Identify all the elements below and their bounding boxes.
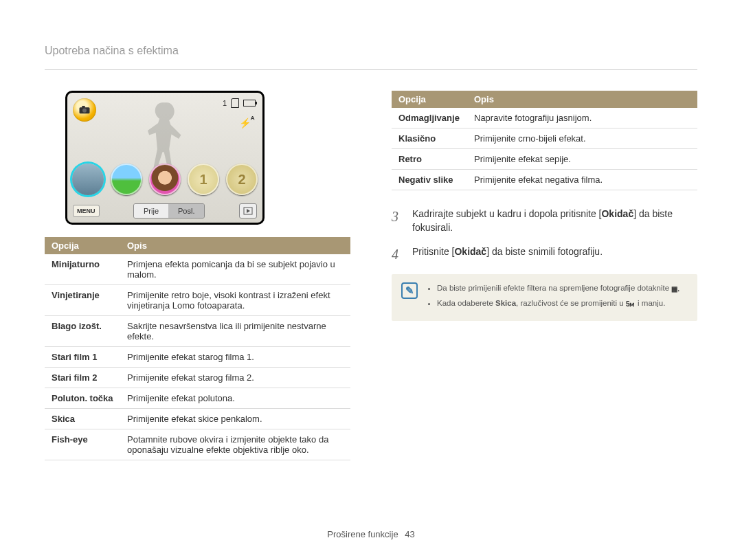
- t: ] da biste snimili fotografiju.: [486, 246, 603, 257]
- shot-count: 1: [223, 99, 227, 107]
- option-desc: Sakrijte nesavršenstva lica ili primijen…: [120, 316, 350, 347]
- t: , razlučivost će se promijeniti u: [516, 299, 626, 307]
- table-row: SkicaPrimijenite efekat skice penkalom.: [45, 409, 350, 429]
- option-name: Skica: [45, 409, 120, 429]
- thumb-5[interactable]: 2: [226, 164, 258, 195]
- table-row: RetroPrimijenite efekat sepije.: [392, 149, 697, 170]
- t: Da biste primijenili efekte filtera na s…: [437, 284, 671, 292]
- step-text: Kadrirajte subjekt u kadru i dopola prit…: [412, 207, 697, 235]
- option-desc: Primijenite efekat negativa filma.: [467, 170, 697, 190]
- option-desc: Primijenite efekat skice penkalom.: [120, 409, 350, 429]
- option-name: Stari film 2: [45, 368, 120, 388]
- footer: Proširene funkcije 43: [0, 529, 742, 539]
- note-icon: ✎: [401, 282, 418, 299]
- option-name: Fish-eye: [45, 429, 120, 460]
- thumb-3[interactable]: [149, 164, 181, 195]
- note-box: ✎ Da biste primijenili efekte filtera na…: [392, 274, 697, 321]
- step-text: Pritisnite [Okidač] da biste snimili fot…: [412, 245, 603, 265]
- options-table-left: Opcija Opis MinijaturnoPrimjena efekta p…: [45, 237, 350, 460]
- options-table-right: Opcija Opis OdmagljivanjeNapravite fotog…: [392, 91, 697, 190]
- th-desc: Opis: [467, 91, 697, 108]
- after-label: Posl.: [168, 204, 204, 218]
- option-name: Minijaturno: [45, 254, 120, 285]
- option-desc: Primjena efekta pomicanja da bi se subje…: [120, 254, 350, 285]
- option-desc: Primijenite efekat starog filma 1.: [120, 347, 350, 368]
- t: Pritisnite [: [412, 246, 454, 257]
- option-name: Stari film 1: [45, 347, 120, 368]
- option-name: Poluton. točka: [45, 388, 120, 409]
- th-option: Opcija: [45, 237, 120, 254]
- table-row: Stari film 1Primijenite efekat starog fi…: [45, 347, 350, 368]
- table-row: Fish-eyePotamnite rubove okvira i izmjen…: [45, 429, 350, 460]
- before-label: Prije: [134, 204, 168, 218]
- status-row: 1: [223, 98, 256, 108]
- before-after-toggle[interactable]: Prije Posl.: [133, 203, 205, 219]
- step-number: 3: [392, 207, 404, 235]
- table-row: KlasičnoPrimijenite crno-bijeli efekat.: [392, 128, 697, 149]
- t: Kadrirajte subjekt u kadru i dopola prit…: [412, 208, 601, 219]
- t: i manju.: [636, 299, 665, 307]
- table-row: OdmagljivanjeNapravite fotografiju jasni…: [392, 108, 697, 128]
- step-number: 4: [392, 245, 404, 265]
- gallery-glyph: ▦.: [671, 284, 681, 293]
- option-name: Odmagljivanje: [392, 108, 467, 128]
- option-desc: Primijenite efekat polutona.: [120, 388, 350, 409]
- sd-icon: [231, 98, 239, 108]
- camera-preview: 1 ⚡ᴬ 1 2 MENU Prije Posl.: [65, 91, 265, 225]
- svg-rect-2: [82, 106, 85, 108]
- note-item: Kada odaberete Skica, razlučivost će se …: [437, 298, 681, 309]
- table-row: Poluton. točkaPrimijenite efekat poluton…: [45, 388, 350, 409]
- table-row: Stari film 2Primijenite efekat starog fi…: [45, 368, 350, 388]
- option-desc: Potamnite rubove okvira i izmjenite obje…: [120, 429, 350, 460]
- effect-thumbnails: 1 2: [67, 164, 262, 195]
- flash-icon: ⚡ᴬ: [239, 115, 254, 128]
- option-name: Klasično: [392, 128, 467, 149]
- option-desc: Primijenite efekat starog filma 2.: [120, 368, 350, 388]
- svg-point-1: [82, 109, 87, 113]
- table-row: Blago izošt.Sakrijte nesavršenstva lica …: [45, 316, 350, 347]
- th-desc: Opis: [120, 237, 350, 254]
- page-title: Upotreba načina s efektima: [45, 45, 697, 57]
- option-name: Retro: [392, 149, 467, 170]
- t: Skica: [495, 299, 516, 307]
- flash-mode: ᴬ: [251, 115, 254, 124]
- option-name: Blago izošt.: [45, 316, 120, 347]
- thumb-selected[interactable]: [72, 164, 104, 195]
- key-label: Okidač: [601, 208, 633, 219]
- table-row: MinijaturnoPrimjena efekta pomicanja da …: [45, 254, 350, 285]
- footer-section: Proširene funkcije: [327, 529, 398, 539]
- option-desc: Primijenite efekat sepije.: [467, 149, 697, 170]
- page-number: 43: [405, 529, 414, 539]
- camera-mode-icon: [73, 98, 96, 122]
- note-list: Da biste primijenili efekte filtera na s…: [427, 282, 681, 313]
- note-item: Da biste primijenili efekte filtera na s…: [437, 282, 681, 293]
- battery-icon: [243, 100, 256, 107]
- option-desc: Napravite fotografiju jasnijom.: [467, 108, 697, 128]
- table-row: VinjetiranjePrimijenite retro boje, viso…: [45, 285, 350, 316]
- step-4: 4 Pritisnite [Okidač] da biste snimili f…: [392, 245, 697, 265]
- option-name: Negativ slike: [392, 170, 467, 190]
- option-name: Vinjetiranje: [45, 285, 120, 316]
- t: Kada odaberete: [437, 299, 495, 307]
- option-desc: Primijenite retro boje, visoki kontrast …: [120, 285, 350, 316]
- step-3: 3 Kadrirajte subjekt u kadru i dopola pr…: [392, 207, 697, 235]
- playback-button[interactable]: [239, 203, 257, 219]
- th-option: Opcija: [392, 91, 467, 108]
- thumb-4[interactable]: 1: [188, 164, 219, 195]
- divider: [45, 69, 697, 70]
- table-row: Negativ slikePrimijenite efekat negativa…: [392, 170, 697, 190]
- thumb-2[interactable]: [111, 164, 142, 195]
- menu-button[interactable]: MENU: [73, 205, 100, 217]
- option-desc: Primijenite crno-bijeli efekat.: [467, 128, 697, 149]
- resolution-glyph: 5ᴍ: [626, 300, 636, 308]
- key-label: Okidač: [454, 246, 486, 257]
